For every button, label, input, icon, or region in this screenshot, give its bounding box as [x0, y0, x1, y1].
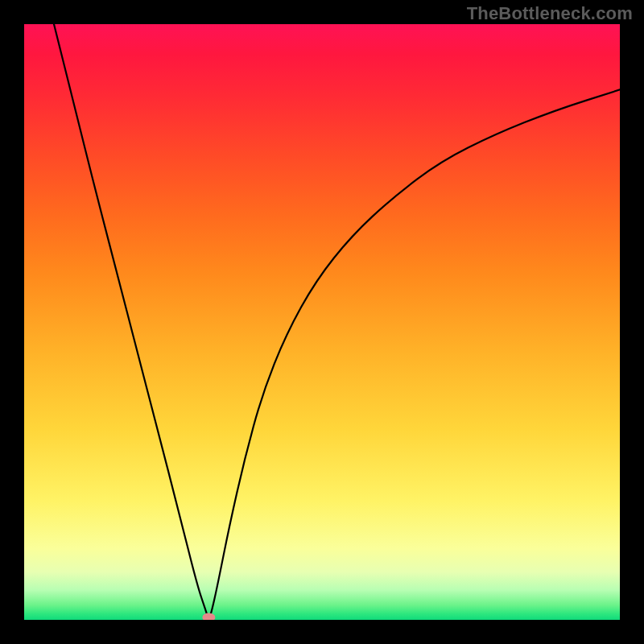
chart-svg — [24, 24, 620, 620]
bottleneck-curve — [54, 24, 620, 617]
plot-area — [24, 24, 620, 620]
minimum-marker — [202, 613, 215, 621]
watermark-text: TheBottleneck.com — [467, 3, 633, 24]
chart-frame: TheBottleneck.com — [0, 0, 644, 644]
